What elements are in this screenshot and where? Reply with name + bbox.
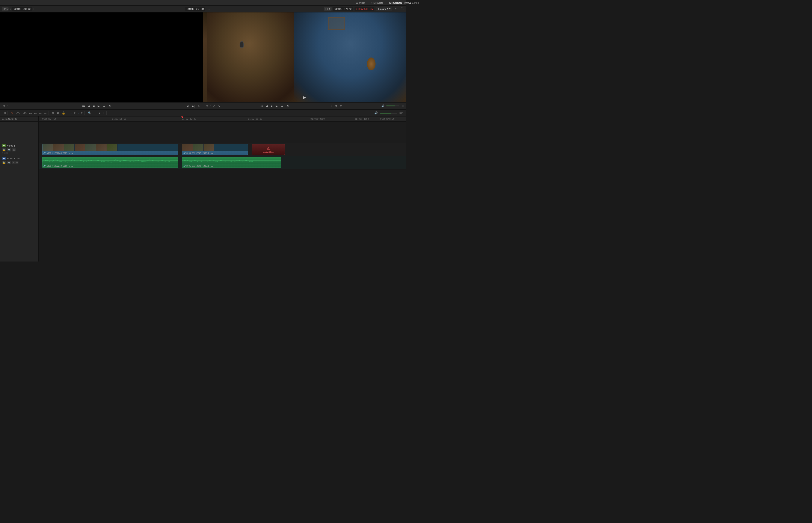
fullscreen-btn[interactable]: ⛶ (328, 104, 333, 108)
trim-tool-left[interactable]: ◁▷ (15, 111, 21, 115)
v1-monitor-icon[interactable]: 🖥 (12, 148, 16, 151)
metadata-icon: ≡ (371, 1, 372, 4)
a1-clip-2-label: 🔗 A006_01252249_C005.braw (183, 165, 280, 167)
zoom-out-btn[interactable]: 🔍 (87, 111, 92, 115)
offline-text: Media Offline (262, 151, 274, 153)
fullscreen-icon[interactable]: ⛶ (400, 7, 404, 11)
preview-skip-end[interactable]: ⏭ (280, 104, 284, 108)
view-toggle-right[interactable]: ⊞ (205, 104, 209, 108)
preview-step-back[interactable]: ◀ (265, 104, 269, 108)
flag-blue[interactable]: ▪ (70, 111, 73, 115)
zoom-dot: ● (98, 111, 102, 115)
preview-stop[interactable]: ■ (270, 104, 274, 108)
expand-btn[interactable]: ⊞ (333, 104, 338, 108)
slip-tool[interactable]: ▭ (28, 111, 33, 115)
audio-wave-1 (42, 157, 178, 164)
timeline-ruler[interactable]: 01:02:24:00 01:02:28:00 01:02:32:00 01:0… (39, 116, 406, 122)
zoom-dropdown-arrow[interactable]: ▾ (10, 8, 11, 10)
in-point-btn[interactable]: ⊲ (185, 104, 190, 108)
zoom-in-btn[interactable]: + (102, 111, 106, 115)
volume-slider[interactable] (386, 106, 399, 106)
a1-clip-2[interactable]: 🔗 A006_01252249_C005.braw (182, 157, 281, 168)
step-back-btn[interactable]: ◀ (87, 104, 91, 108)
preview-current-time[interactable]: 01:02:33:05 (354, 7, 374, 11)
panels-section: ▶ ⊞ ▾ ⏮ ◀ ■ ▶ ⏭ ↻ ⊲ ▶| ⊳ (0, 13, 406, 110)
a1-clip-1[interactable]: 🔗 A006_01252249_C005.braw (42, 157, 178, 168)
metadata-button[interactable]: ≡ Metadata (370, 1, 384, 5)
master-timecode[interactable]: 00:00:00:00 (185, 7, 205, 11)
audio-icon[interactable]: 🔊 (373, 111, 379, 115)
preview-loop[interactable]: ↻ (285, 104, 290, 108)
undo-icon[interactable]: ↶ (394, 7, 398, 11)
v1-cam-icon[interactable]: 📷 (7, 148, 11, 151)
preview-scrubbar[interactable] (203, 102, 406, 102)
v1-clip-lane: 🔗 A006_01252249_C005.braw (39, 143, 406, 156)
link-btn[interactable]: ⛓ (56, 111, 60, 115)
snap-btn[interactable]: ↺ (51, 111, 55, 115)
trim-tool-right[interactable]: ◁▷ (22, 111, 28, 115)
preview-duration[interactable]: 00:02:37:20 (333, 7, 353, 11)
mark-clip-btn[interactable]: ▶| (191, 104, 196, 108)
v1-clip-1[interactable]: 🔗 A006_01252249_C005.braw (42, 144, 178, 155)
next-marker-btn[interactable]: ▷ (217, 104, 221, 108)
a1-lock-icon[interactable]: 🔒 (2, 161, 6, 164)
inspector-icon: ⊟ (389, 1, 392, 4)
flag-arrow2[interactable]: ▾ (80, 111, 84, 115)
loop-btn[interactable]: ↻ (108, 104, 112, 108)
empty-upper-track (0, 122, 38, 143)
timeline-vol-fill (380, 113, 391, 113)
zoom-level[interactable]: 98% (2, 7, 8, 11)
v1-lock-icon[interactable]: 🔒 (2, 148, 6, 151)
fit-dropdown[interactable]: Fit ▾ (324, 7, 331, 11)
mic-stand (254, 49, 254, 93)
v1-clip-offline[interactable]: ⚠ Media Offline (252, 144, 285, 155)
slide-tool[interactable]: ▭ (33, 111, 38, 115)
flag-arrow[interactable]: ▾ (73, 111, 76, 115)
source-timecode[interactable]: 00:00:00:00 (12, 7, 32, 11)
a1-cam-icon[interactable]: 📷 (7, 161, 11, 164)
out-point-btn[interactable]: ⊳ (197, 104, 201, 108)
source-scrubbar[interactable] (0, 102, 203, 102)
view-arrow-right[interactable]: ▾ (210, 105, 211, 107)
v1-name: Video 1 (7, 144, 15, 147)
v1-clip-2-label: 🔗 A006_01252249_C005.braw (183, 152, 247, 154)
center-options[interactable]: ··· (207, 7, 210, 11)
options-btn[interactable]: ⊟ (339, 104, 344, 108)
picture-frame (328, 17, 345, 30)
a1-name: Audio 1 (7, 157, 15, 160)
zoom-sep: — (93, 111, 97, 115)
timeline-selector[interactable]: Timeline 1 ▾ (376, 7, 392, 11)
lock-btn[interactable]: 🔒 (61, 111, 66, 115)
person-right-figure (294, 13, 406, 102)
preview-skip-start[interactable]: ⏮ (259, 104, 264, 108)
a1-m-btn[interactable]: M (15, 161, 18, 164)
a1-s-btn[interactable]: S (12, 161, 15, 164)
source-transport: ⊞ ▾ ⏮ ◀ ■ ▶ ⏭ ↻ ⊲ ▶| ⊳ (0, 103, 203, 109)
view-arrow-left[interactable]: ▾ (7, 105, 8, 107)
audio-label: DIF (400, 112, 403, 114)
mixer-button[interactable]: ⊞ Mixer (354, 1, 366, 5)
v1-clip-2[interactable]: 🔗 A006_01252249_C005.braw (182, 144, 248, 155)
flag-blue2[interactable]: ▪ (77, 111, 80, 115)
mic-head (240, 41, 244, 48)
preview-play[interactable]: ▶ (275, 104, 279, 108)
selection-tool[interactable]: ↖ (10, 111, 14, 115)
source-progress-fill (0, 102, 61, 102)
tool-group: ↖ ◁▷ ◁▷ ▭ ▭ ▭ ▭ (10, 111, 49, 115)
dynamic-trim[interactable]: ▭ (38, 111, 42, 115)
a1-clip-1-label: 🔗 A006_01252249_C005.braw (43, 165, 177, 167)
frame-2-2 (193, 144, 204, 151)
skip-to-start-btn[interactable]: ⏮ (81, 104, 86, 108)
timeline-vol-slider[interactable] (380, 113, 397, 113)
play-btn[interactable]: ▶ (96, 104, 101, 108)
frame-5 (85, 144, 96, 151)
track-type-btn[interactable]: ⊞ (3, 111, 7, 115)
frame-2-1 (182, 144, 193, 151)
razor-tool[interactable]: ▭ (43, 111, 48, 115)
prev-marker-btn[interactable]: ◁ (212, 104, 216, 108)
skip-to-end-btn[interactable]: ⏭ (102, 104, 107, 108)
stop-btn[interactable]: ■ (92, 104, 96, 108)
view-toggle-left[interactable]: ⊞ (2, 104, 6, 108)
track-icon-group: ⊞ (2, 111, 8, 115)
link-icon-4: 🔗 (183, 165, 186, 167)
